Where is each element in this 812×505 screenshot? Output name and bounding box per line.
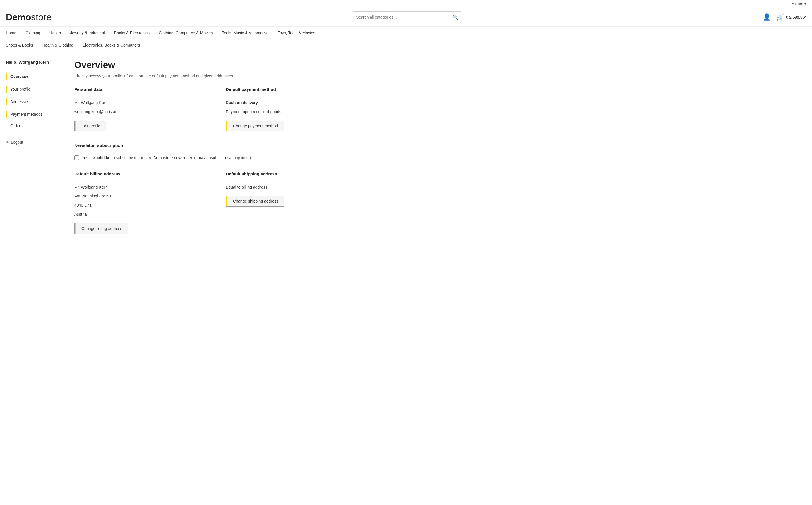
- billing-address-section: Default billing address Mr. Wolfgang Ker…: [74, 171, 214, 234]
- sidebar-divider: [6, 134, 63, 134]
- change-billing-yellow-bar: [75, 223, 76, 234]
- sidebar-label-orders: Orders: [10, 123, 23, 128]
- cart-amount: € 2.599,96*: [786, 15, 806, 19]
- sidebar-label-payment: Payment methods: [10, 112, 42, 117]
- shipping-address-heading: Default shipping address: [226, 171, 366, 179]
- change-payment-label: Change payment method: [232, 124, 278, 128]
- newsletter-checkbox-label: Yes, I would like to subscribe to the fr…: [82, 155, 251, 160]
- sidebar-item-overview[interactable]: Overview: [6, 70, 63, 83]
- payment-method-heading: Default payment method: [226, 87, 366, 95]
- billing-address-heading: Default billing address: [74, 171, 214, 179]
- logout-label: Logout: [11, 140, 23, 145]
- change-payment-yellow-bar: [226, 121, 227, 131]
- payment-method-desc: Payment upon receipt of goods.: [226, 109, 366, 116]
- nav-shoes-books[interactable]: Shoes & Books: [6, 39, 38, 51]
- newsletter-section: Newsletter subscription Yes, I would lik…: [74, 143, 366, 160]
- sidebar-item-payment-methods[interactable]: Payment methods: [6, 108, 63, 121]
- sidebar-label-overview: Overview: [10, 74, 28, 79]
- newsletter-checkbox[interactable]: [74, 155, 79, 160]
- billing-address-city: 4040 Linz: [74, 202, 214, 209]
- billing-address-street: Am Pfenningberg 60: [74, 193, 214, 200]
- sidebar-label-addresses: Addresses: [10, 100, 29, 104]
- nav-jewelry-industrial[interactable]: Jewelry & Industrial: [66, 27, 109, 39]
- change-shipping-label: Change shipping address: [232, 199, 278, 203]
- address-row: Default billing address Mr. Wolfgang Ker…: [74, 171, 366, 234]
- nav-clothing-computers-movies[interactable]: Clothing, Computers & Movies: [154, 27, 217, 39]
- page-title: Overview: [74, 60, 366, 70]
- change-billing-button[interactable]: Change billing address: [74, 223, 128, 234]
- billing-address-name: Mr. Wolfgang Kern: [74, 184, 214, 191]
- personal-payment-row: Personal data Mr. Wolfgang Kern wolfgang…: [74, 87, 366, 131]
- payment-method-section: Default payment method Cash on delivery …: [226, 87, 366, 131]
- top-bar: € Euro ▾: [0, 0, 812, 8]
- secondary-nav: Shoes & Books Health & Clothing Electron…: [0, 39, 812, 51]
- currency-selector[interactable]: € Euro ▾: [792, 2, 806, 6]
- personal-data-section: Personal data Mr. Wolfgang Kern wolfgang…: [74, 87, 214, 131]
- shipping-address-section: Default shipping address Equal to billin…: [226, 171, 366, 234]
- sidebar-yellow-bar-overview: [6, 73, 7, 80]
- nav-toys-tools-movies[interactable]: Toys, Tools & Movies: [273, 27, 320, 39]
- newsletter-heading: Newsletter subscription: [74, 143, 366, 151]
- sidebar-item-your-profile[interactable]: Your profile: [6, 83, 63, 96]
- currency-dropdown-icon: ▾: [804, 2, 806, 6]
- main-layout: Hello, Wolfgang Kern Overview Your profi…: [0, 51, 372, 254]
- newsletter-checkbox-row: Yes, I would like to subscribe to the fr…: [74, 155, 366, 160]
- page-subtitle: Directly access your profile information…: [74, 74, 366, 78]
- search-icon[interactable]: 🔍: [453, 15, 458, 20]
- billing-address-country: Austria: [74, 211, 214, 218]
- primary-nav: Home Clothing Health Jewelry & Industria…: [0, 27, 812, 39]
- personal-data-heading: Personal data: [74, 87, 214, 95]
- content-area: Overview Directly access your profile in…: [74, 60, 366, 245]
- search-input[interactable]: [356, 15, 450, 19]
- edit-profile-yellow-bar: [75, 121, 76, 131]
- sidebar-yellow-bar-payment: [6, 111, 7, 118]
- change-shipping-button[interactable]: Change shipping address: [226, 196, 284, 206]
- logout-icon: ⎆: [6, 140, 9, 145]
- nav-electronics-books-computers[interactable]: Electronics, Books & Computers: [78, 39, 145, 51]
- user-icon[interactable]: 👤: [763, 13, 771, 21]
- sidebar-greeting: Hello, Wolfgang Kern: [6, 60, 63, 64]
- nav-home[interactable]: Home: [6, 27, 21, 39]
- header-right: 👤 🛒 € 2.599,96*: [763, 13, 806, 21]
- nav-health[interactable]: Health: [45, 27, 66, 39]
- nav-tools-music-automotive[interactable]: Tools, Music & Automotive: [217, 27, 273, 39]
- nav-health-clothing[interactable]: Health & Clothing: [38, 39, 78, 51]
- logo-bold: Demo: [6, 12, 31, 22]
- payment-method-name: Cash on delivery: [226, 100, 366, 106]
- cart-icon: 🛒: [776, 13, 784, 21]
- sidebar: Hello, Wolfgang Kern Overview Your profi…: [6, 60, 63, 245]
- edit-profile-button[interactable]: Edit profile: [74, 121, 106, 131]
- logo[interactable]: Demostore: [6, 12, 51, 23]
- cart-area[interactable]: 🛒 € 2.599,96*: [776, 13, 806, 21]
- personal-data-name: Mr. Wolfgang Kern: [74, 100, 214, 106]
- header: Demostore 🔍 👤 🛒 € 2.599,96*: [0, 8, 812, 27]
- nav-books-electronics[interactable]: Books & Electronics: [110, 27, 154, 39]
- shipping-address-info: Equal to billing address: [226, 184, 366, 191]
- change-payment-button[interactable]: Change payment method: [226, 121, 284, 131]
- change-shipping-yellow-bar: [226, 196, 227, 206]
- sidebar-nav: Overview Your profile Addresses Payment …: [6, 70, 63, 148]
- sidebar-item-orders[interactable]: Orders: [6, 121, 63, 131]
- logo-light: store: [31, 12, 51, 22]
- nav-clothing[interactable]: Clothing: [21, 27, 44, 39]
- sidebar-yellow-bar-profile: [6, 86, 7, 93]
- personal-data-email: wolfgang.kern@acris.at: [74, 109, 214, 116]
- edit-profile-label: Edit profile: [80, 124, 100, 128]
- logout-button[interactable]: ⎆ Logout: [6, 137, 63, 148]
- sidebar-yellow-bar-addresses: [6, 98, 7, 105]
- change-billing-label: Change billing address: [80, 226, 122, 231]
- currency-label: € Euro: [792, 2, 803, 6]
- search-bar: 🔍: [353, 11, 461, 23]
- sidebar-label-profile: Your profile: [10, 87, 30, 92]
- sidebar-item-addresses[interactable]: Addresses: [6, 96, 63, 108]
